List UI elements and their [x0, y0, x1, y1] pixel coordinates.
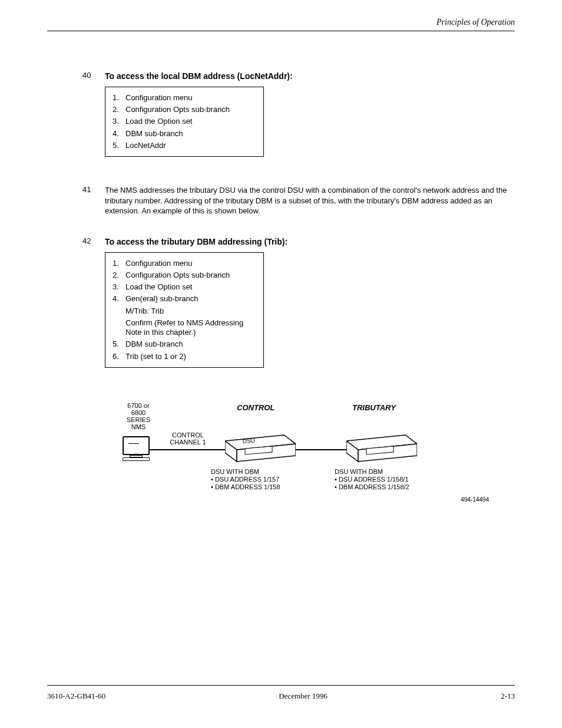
box-step-text: Configuration menu — [125, 259, 256, 268]
step-row: 42 To access the tributary DBM addressin… — [82, 236, 515, 391]
box-step-num: 1. — [113, 93, 125, 103]
cable-icon — [296, 449, 348, 450]
rule-top — [47, 31, 515, 31]
page-footer: 3610-A2-GB41-60 December 1996 2-13 — [47, 691, 515, 701]
control-channel-label: CONTROL CHANNEL 1 — [156, 431, 220, 446]
step-number: 42 — [82, 236, 91, 245]
cable-icon — [150, 449, 226, 450]
procedure-box: 1.Configuration menu 2.Configuration Opt… — [105, 87, 264, 157]
body-paragraph: The NMS addresses the tributary DSU via … — [105, 185, 515, 216]
nms-label: 6700 or 6800 SERIES NMS — [118, 402, 159, 430]
nms-monitor-icon — [123, 436, 150, 461]
caption-line: • DSU ADDRESS 1/158/1 — [335, 476, 447, 483]
dsu-device-icon — [346, 429, 417, 465]
step-number: 40 — [82, 71, 91, 80]
box-step-num: 4. — [113, 129, 125, 139]
doc-date: December 1996 — [279, 691, 328, 701]
page-content: 40 To access the local DBM address (LocN… — [82, 71, 515, 520]
box-step-num: 3. — [113, 282, 125, 292]
box-step-num: 2. — [113, 271, 125, 280]
procedure-title: To access the local DBM address (LocNetA… — [105, 71, 515, 82]
caption-line: • DSU ADDRESS 1/157 — [211, 476, 311, 483]
caption-line: • DBM ADDRESS 1/158/2 — [335, 483, 447, 491]
running-head: Principles of Operation — [437, 18, 515, 27]
step-row: 40 To access the local DBM address (LocN… — [82, 71, 515, 180]
caption-line: • DBM ADDRESS 1/158 — [211, 483, 311, 491]
box-step-num: 3. — [113, 117, 125, 126]
box-step-num: 4. — [113, 294, 125, 304]
box-step-num: 5. — [113, 141, 125, 150]
step-row: 41 The NMS addresses the tributary DSU v… — [82, 185, 515, 216]
box-step-text: Load the Option set — [125, 282, 256, 292]
caption-title: DSU WITH DBM — [335, 468, 447, 476]
procedure-title: To access the tributary DBM addressing (… — [105, 236, 515, 248]
box-step-text: Gen(eral) sub-branch — [125, 294, 256, 304]
doc-number: 3610-A2-GB41-60 — [47, 691, 105, 701]
box-step-text: Load the Option set — [125, 117, 256, 126]
role-control: CONTROL — [237, 403, 275, 412]
procedure-box: 1.Configuration menu 2.Configuration Opt… — [105, 252, 264, 368]
device-caption: DSU WITH DBM • DSU ADDRESS 1/157 • DBM A… — [211, 468, 311, 492]
dsu-device-icon: DSU — [225, 429, 296, 465]
device-caption: DSU WITH DBM • DSU ADDRESS 1/158/1 • DBM… — [335, 468, 447, 492]
box-step-num: 6. — [113, 352, 125, 361]
box-step-text: Configuration Opts sub-branch — [125, 105, 256, 114]
box-step-text: Trib (set to 1 or 2) — [125, 352, 256, 361]
role-tributary: TRIBUTARY — [352, 403, 396, 412]
box-step-num: 1. — [113, 259, 125, 268]
box-step-num: 2. — [113, 105, 125, 114]
figure-number: 494-14494 — [461, 496, 489, 503]
dsu-tag: DSU — [242, 437, 255, 444]
rule-bottom — [47, 685, 515, 686]
box-note: M/Trib: Trib — [125, 307, 256, 316]
caption-title: DSU WITH DBM — [211, 468, 311, 476]
box-step-num: 5. — [113, 340, 125, 349]
box-step-text: Configuration Opts sub-branch — [125, 271, 256, 280]
box-note: Note in this chapter.) — [125, 328, 256, 337]
box-step-text: LocNetAddr — [125, 141, 256, 150]
page-number: 2-13 — [501, 691, 515, 701]
box-note: Confirm (Refer to NMS Addressing — [125, 318, 256, 328]
box-step-text: Configuration menu — [125, 93, 256, 103]
box-step-text: DBM sub-branch — [125, 129, 256, 139]
box-step-text: DBM sub-branch — [125, 340, 256, 349]
step-number: 41 — [82, 185, 91, 194]
network-diagram: 6700 or 6800 SERIES NMS CONTROL CHANNEL … — [112, 402, 489, 520]
